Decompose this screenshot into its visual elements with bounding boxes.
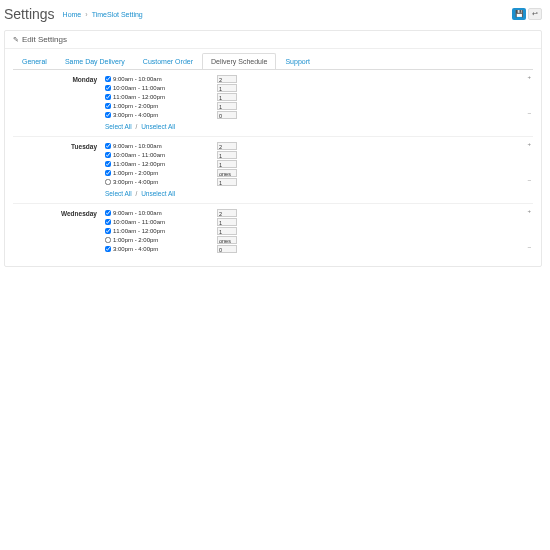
slot-label[interactable]: 1:00pm - 2:00pm bbox=[105, 237, 217, 243]
slot-label[interactable]: 9:00am - 10:00am bbox=[105, 143, 217, 149]
slot-label[interactable]: 9:00am - 10:00am bbox=[105, 76, 217, 82]
slot-checkbox[interactable] bbox=[105, 210, 111, 216]
slot-checkbox[interactable] bbox=[105, 246, 111, 252]
slot-checkbox[interactable] bbox=[105, 170, 111, 176]
slot-label[interactable]: 3:00pm - 4:00pm bbox=[105, 246, 217, 252]
slot-label[interactable]: 1:00pm - 2:00pm bbox=[105, 170, 217, 176]
slot-checkbox[interactable] bbox=[105, 152, 111, 158]
link-separator: / bbox=[134, 190, 139, 197]
slot-value-input[interactable]: 0 bbox=[217, 245, 237, 253]
panel-title: Edit Settings bbox=[22, 35, 67, 44]
cancel-button[interactable]: ↩ bbox=[528, 8, 542, 20]
slot-row: 9:00am - 10:00am2 bbox=[105, 141, 533, 150]
slot-row: 3:00pm - 4:00pm0 bbox=[105, 110, 533, 119]
slot-row: 10:00am - 11:00am1 bbox=[105, 83, 533, 92]
slot-row: 9:00am - 10:00am2 bbox=[105, 74, 533, 83]
save-icon: 💾 bbox=[515, 10, 524, 18]
slot-time-text: 1:00pm - 2:00pm bbox=[113, 103, 158, 109]
slot-value-input[interactable]: 2 bbox=[217, 142, 237, 150]
slot-label[interactable]: 11:00am - 12:00pm bbox=[105, 161, 217, 167]
slot-value-input[interactable]: 1 bbox=[217, 160, 237, 168]
slot-checkbox[interactable] bbox=[105, 94, 111, 100]
slot-checkbox[interactable] bbox=[105, 76, 111, 82]
slots-container: +9:00am - 10:00am210:00am - 11:00am111:0… bbox=[105, 74, 533, 132]
breadcrumb-sep: › bbox=[85, 11, 87, 18]
slot-time-text: 3:00pm - 4:00pm bbox=[113, 112, 158, 118]
slot-row: 3:00pm - 4:00pm0 bbox=[105, 244, 533, 253]
unselect-all-link[interactable]: Unselect All bbox=[141, 190, 175, 197]
save-button[interactable]: 💾 bbox=[512, 8, 526, 20]
day-block-monday: Monday+9:00am - 10:00am210:00am - 11:00a… bbox=[13, 70, 533, 136]
slot-checkbox[interactable] bbox=[105, 237, 111, 243]
minus-icon[interactable]: – bbox=[528, 177, 531, 183]
tab-bar: GeneralSame Day DeliveryCustomer OrderDe… bbox=[5, 49, 541, 70]
slot-value-input[interactable]: 0 bbox=[217, 111, 237, 119]
slot-checkbox[interactable] bbox=[105, 228, 111, 234]
slot-value-input[interactable]: 2 bbox=[217, 209, 237, 217]
slot-row: 10:00am - 11:00am1 bbox=[105, 150, 533, 159]
tab-customer-order[interactable]: Customer Order bbox=[134, 53, 202, 70]
slot-time-text: 9:00am - 10:00am bbox=[113, 210, 162, 216]
link-separator: / bbox=[134, 123, 139, 130]
slot-row: 3:00pm - 4:00pm1 bbox=[105, 177, 533, 186]
slot-value-input[interactable]: 1 bbox=[217, 102, 237, 110]
slot-checkbox[interactable] bbox=[105, 179, 111, 185]
slot-value-input[interactable]: ones bbox=[217, 169, 237, 177]
slot-checkbox[interactable] bbox=[105, 112, 111, 118]
slot-checkbox[interactable] bbox=[105, 143, 111, 149]
slot-checkbox[interactable] bbox=[105, 103, 111, 109]
slot-label[interactable]: 10:00am - 11:00am bbox=[105, 152, 217, 158]
slot-checkbox[interactable] bbox=[105, 219, 111, 225]
tab-same-day-delivery[interactable]: Same Day Delivery bbox=[56, 53, 134, 70]
day-label: Wednesday bbox=[13, 208, 105, 253]
slot-checkbox[interactable] bbox=[105, 85, 111, 91]
plus-icon[interactable]: + bbox=[527, 141, 531, 147]
slot-row: 9:00am - 10:00am2 bbox=[105, 208, 533, 217]
slot-label[interactable]: 10:00am - 11:00am bbox=[105, 85, 217, 91]
slot-label[interactable]: 3:00pm - 4:00pm bbox=[105, 179, 217, 185]
slot-value-input[interactable]: ones bbox=[217, 236, 237, 244]
tab-delivery-schedule[interactable]: Delivery Schedule bbox=[202, 53, 276, 70]
slot-row: 1:00pm - 2:00pmones bbox=[105, 235, 533, 244]
plus-icon[interactable]: + bbox=[527, 74, 531, 80]
slot-time-text: 10:00am - 11:00am bbox=[113, 219, 165, 225]
unselect-all-link[interactable]: Unselect All bbox=[141, 123, 175, 130]
slot-row: 11:00am - 12:00pm1 bbox=[105, 92, 533, 101]
slot-value-input[interactable]: 1 bbox=[217, 227, 237, 235]
panel-heading: ✎ Edit Settings bbox=[5, 31, 541, 49]
tab-general[interactable]: General bbox=[13, 53, 56, 70]
tab-support[interactable]: Support bbox=[276, 53, 319, 70]
slot-label[interactable]: 11:00am - 12:00pm bbox=[105, 94, 217, 100]
settings-panel: ✎ Edit Settings GeneralSame Day Delivery… bbox=[4, 30, 542, 267]
slot-value-input[interactable]: 1 bbox=[217, 93, 237, 101]
slots-container: +9:00am - 10:00am210:00am - 11:00am111:0… bbox=[105, 141, 533, 199]
breadcrumb-home[interactable]: Home bbox=[63, 11, 82, 18]
minus-icon[interactable]: – bbox=[528, 110, 531, 116]
slot-value-input[interactable]: 2 bbox=[217, 75, 237, 83]
slot-value-input[interactable]: 1 bbox=[217, 178, 237, 186]
pencil-icon: ✎ bbox=[13, 36, 19, 44]
slot-value-input[interactable]: 1 bbox=[217, 151, 237, 159]
slot-checkbox[interactable] bbox=[105, 161, 111, 167]
slot-label[interactable]: 11:00am - 12:00pm bbox=[105, 228, 217, 234]
minus-icon[interactable]: – bbox=[528, 244, 531, 250]
select-all-link[interactable]: Select All bbox=[105, 123, 132, 130]
slot-row: 1:00pm - 2:00pmones bbox=[105, 168, 533, 177]
slot-time-text: 3:00pm - 4:00pm bbox=[113, 246, 158, 252]
slot-value-input[interactable]: 1 bbox=[217, 84, 237, 92]
slot-time-text: 11:00am - 12:00pm bbox=[113, 94, 165, 100]
slot-time-text: 11:00am - 12:00pm bbox=[113, 161, 165, 167]
breadcrumb-current[interactable]: TimeSlot Setting bbox=[92, 11, 143, 18]
plus-icon[interactable]: + bbox=[527, 208, 531, 214]
slot-time-text: 9:00am - 10:00am bbox=[113, 76, 162, 82]
slot-time-text: 10:00am - 11:00am bbox=[113, 152, 165, 158]
day-block-wednesday: Wednesday+9:00am - 10:00am210:00am - 11:… bbox=[13, 203, 533, 257]
back-arrow-icon: ↩ bbox=[532, 10, 538, 18]
slot-label[interactable]: 9:00am - 10:00am bbox=[105, 210, 217, 216]
slot-label[interactable]: 10:00am - 11:00am bbox=[105, 219, 217, 225]
select-all-link[interactable]: Select All bbox=[105, 190, 132, 197]
slot-label[interactable]: 1:00pm - 2:00pm bbox=[105, 103, 217, 109]
slot-row: 11:00am - 12:00pm1 bbox=[105, 226, 533, 235]
slot-label[interactable]: 3:00pm - 4:00pm bbox=[105, 112, 217, 118]
slot-value-input[interactable]: 1 bbox=[217, 218, 237, 226]
